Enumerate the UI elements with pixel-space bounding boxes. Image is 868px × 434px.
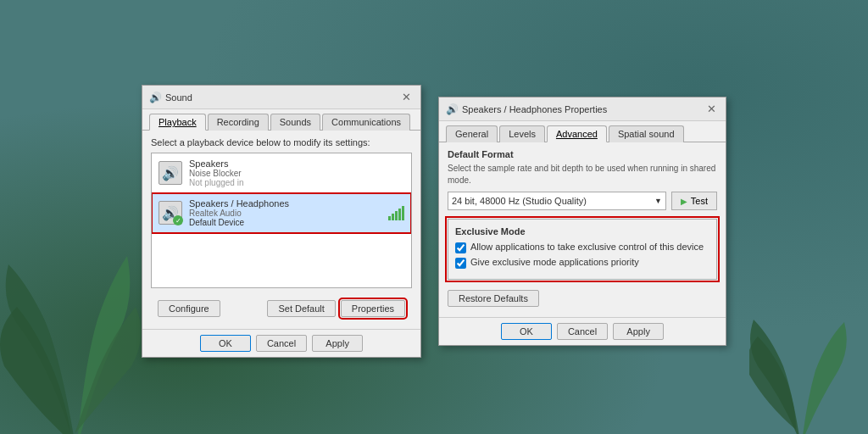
- default-format-desc: Select the sample rate and bit depth to …: [448, 163, 717, 186]
- props-tabs: General Levels Advanced Spatial sound: [439, 121, 726, 142]
- exclusive-checkbox-2-label: Give exclusive mode applications priorit…: [470, 257, 639, 267]
- properties-button[interactable]: Properties: [341, 300, 405, 317]
- headphones-icon: 🔊 ✓: [159, 201, 182, 225]
- tab-recording[interactable]: Recording: [208, 114, 269, 131]
- restore-row: Restore Defaults: [448, 287, 717, 310]
- tab-communications[interactable]: Communications: [322, 114, 410, 131]
- props-ok-button[interactable]: OK: [501, 323, 552, 340]
- play-icon: ▶: [681, 197, 687, 206]
- bar-4: [398, 209, 401, 220]
- format-row: 24 bit, 48000 Hz (Studio Quality) ▼ ▶ Te…: [448, 192, 717, 210]
- headphones-info: Speakers / Headphones Realtek Audio Defa…: [189, 198, 381, 227]
- sound-cancel-button[interactable]: Cancel: [256, 335, 307, 352]
- sound-close-button[interactable]: ✕: [398, 90, 414, 105]
- sound-apply-button[interactable]: Apply: [312, 335, 363, 352]
- props-titlebar: 🔊 Speakers / Headphones Properties ✕: [439, 97, 726, 121]
- sound-titlebar: 🔊 Sound ✕: [142, 86, 420, 109]
- sound-titlebar-icon: 🔊: [149, 92, 161, 103]
- exclusive-checkbox-1[interactable]: [455, 242, 466, 253]
- speakers-driver: Noise Blocker: [189, 169, 404, 178]
- exclusive-checkbox-1-row: Allow applications to take exclusive con…: [455, 242, 709, 253]
- sound-content: Select a playback device below to modify…: [142, 131, 420, 329]
- sound-dialog: 🔊 Sound ✕ Playback Recording Sounds Comm…: [142, 85, 421, 358]
- tab-general[interactable]: General: [446, 125, 498, 142]
- speakers-icon: 🔊: [159, 161, 182, 185]
- bar-3: [395, 211, 398, 220]
- props-close-button[interactable]: ✕: [704, 102, 719, 117]
- props-titlebar-title: Speakers / Headphones Properties: [462, 104, 607, 114]
- test-button[interactable]: ▶ Test: [671, 192, 717, 210]
- sound-bottom-buttons: Configure Set Default Properties: [151, 295, 412, 322]
- device-item-speakers[interactable]: 🔊 Speakers Noise Blocker Not plugged in: [152, 153, 411, 193]
- set-default-button[interactable]: Set Default: [267, 300, 335, 317]
- tab-levels[interactable]: Levels: [499, 125, 545, 142]
- exclusive-checkbox-2-row: Give exclusive mode applications priorit…: [455, 257, 709, 269]
- exclusive-mode-label: Exclusive Mode: [455, 226, 709, 236]
- device-item-headphones[interactable]: 🔊 ✓ Speakers / Headphones Realtek Audio …: [152, 193, 411, 233]
- props-content: Default Format Select the sample rate an…: [439, 142, 726, 317]
- default-format-label: Default Format: [448, 149, 717, 159]
- bar-2: [392, 214, 394, 220]
- props-dialog: 🔊 Speakers / Headphones Properties ✕ Gen…: [438, 97, 726, 346]
- sound-right-buttons: Set Default Properties: [267, 300, 405, 317]
- props-titlebar-icon: 🔊: [446, 103, 458, 115]
- props-cancel-button[interactable]: Cancel: [557, 323, 608, 340]
- speakers-status: Not plugged in: [189, 178, 404, 187]
- tab-spatial[interactable]: Spatial sound: [609, 125, 684, 142]
- bar-1: [388, 216, 391, 220]
- tab-sounds[interactable]: Sounds: [270, 114, 320, 131]
- test-label: Test: [691, 196, 708, 206]
- bar-5: [402, 206, 404, 220]
- exclusive-checkbox-1-label: Allow applications to take exclusive con…: [470, 242, 704, 252]
- format-select[interactable]: 24 bit, 48000 Hz (Studio Quality) ▼: [448, 192, 666, 210]
- headphones-name: Speakers / Headphones: [189, 198, 381, 209]
- sound-tabs: Playback Recording Sounds Communications: [142, 109, 420, 131]
- tab-playback[interactable]: Playback: [149, 114, 206, 131]
- exclusive-checkbox-2[interactable]: [455, 258, 466, 269]
- dropdown-arrow-icon: ▼: [654, 197, 662, 205]
- sound-ok-button[interactable]: OK: [200, 335, 251, 352]
- default-check-icon: ✓: [173, 215, 183, 225]
- props-ok-cancel-row: OK Cancel Apply: [439, 317, 726, 345]
- headphones-driver: Realtek Audio: [189, 209, 381, 218]
- restore-defaults-button[interactable]: Restore Defaults: [448, 290, 539, 307]
- sound-titlebar-title: Sound: [165, 92, 192, 103]
- headphones-status: Default Device: [189, 218, 381, 227]
- speakers-info: Speakers Noise Blocker Not plugged in: [189, 159, 404, 187]
- sound-ok-cancel-row: OK Cancel Apply: [142, 329, 420, 357]
- exclusive-mode-box: Exclusive Mode Allow applications to tak…: [448, 219, 717, 280]
- configure-button[interactable]: Configure: [158, 300, 220, 317]
- format-value: 24 bit, 48000 Hz (Studio Quality): [452, 196, 587, 206]
- speakers-name: Speakers: [189, 159, 404, 169]
- instruction-text: Select a playback device below to modify…: [151, 137, 412, 147]
- device-list[interactable]: 🔊 Speakers Noise Blocker Not plugged in …: [151, 153, 412, 288]
- props-apply-button[interactable]: Apply: [613, 323, 664, 340]
- signal-bars: [388, 206, 404, 220]
- tab-advanced[interactable]: Advanced: [547, 125, 607, 142]
